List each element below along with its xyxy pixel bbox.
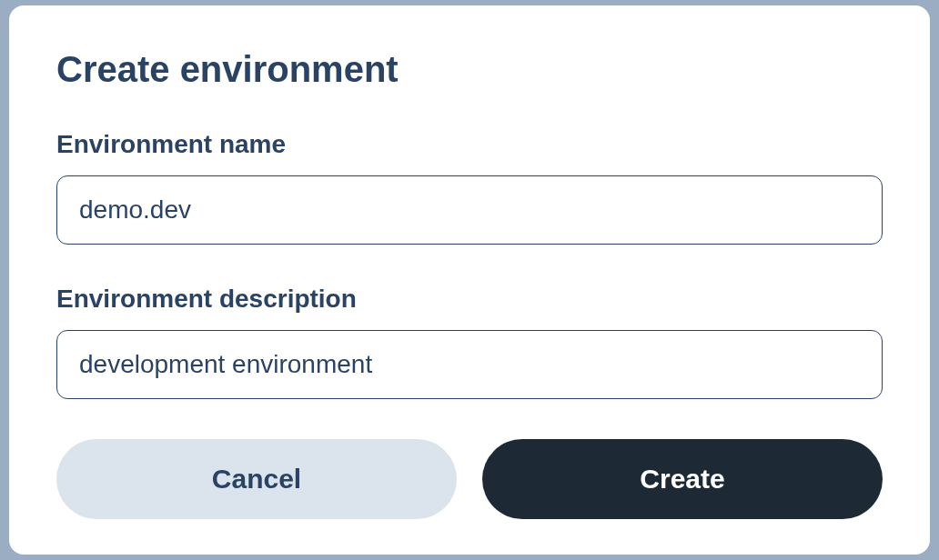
environment-description-group: Environment description [56,285,883,399]
environment-description-input[interactable] [56,330,883,399]
cancel-button[interactable]: Cancel [56,439,457,519]
environment-description-label: Environment description [56,285,883,314]
create-environment-modal: Create environment Environment name Envi… [9,5,930,555]
button-row: Cancel Create [56,439,883,519]
modal-title: Create environment [56,49,883,90]
environment-name-label: Environment name [56,130,883,159]
environment-name-group: Environment name [56,130,883,245]
environment-name-input[interactable] [56,175,883,245]
create-button[interactable]: Create [482,439,883,519]
